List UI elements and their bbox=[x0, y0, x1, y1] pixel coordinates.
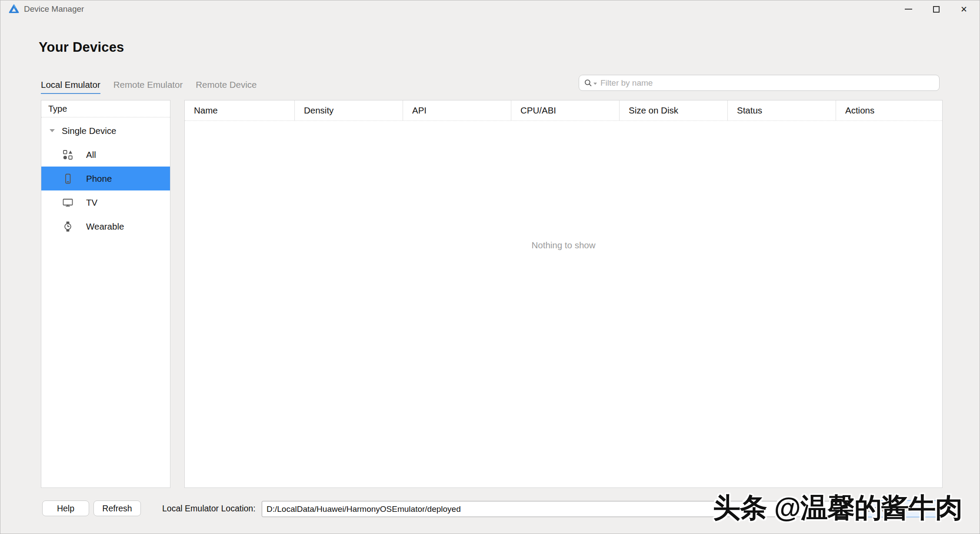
type-sidebar: Type Single Device All bbox=[41, 100, 170, 488]
minimize-icon bbox=[905, 9, 912, 10]
titlebar: Device Manager ✕ bbox=[0, 0, 980, 18]
column-header-api: API bbox=[403, 100, 511, 120]
column-header-cpu-abi: CPU/ABI bbox=[511, 100, 620, 120]
column-header-status: Status bbox=[728, 100, 836, 120]
column-header-actions: Actions bbox=[836, 100, 942, 120]
table-body: Nothing to show bbox=[185, 121, 942, 487]
search-icon bbox=[584, 79, 592, 87]
watch-icon bbox=[62, 220, 74, 233]
location-label: Local Emulator Location: bbox=[162, 501, 256, 516]
sidebar-item-phone[interactable]: Phone bbox=[41, 167, 170, 190]
window-controls: ✕ bbox=[894, 0, 978, 18]
help-button[interactable]: Help bbox=[42, 501, 89, 516]
sidebar-item-tv[interactable]: TV bbox=[41, 190, 170, 214]
maximize-icon bbox=[933, 6, 940, 13]
table-header-row: Name Density API CPU/ABI Size on Disk St… bbox=[185, 100, 942, 121]
maximize-button[interactable] bbox=[922, 0, 950, 18]
sidebar-item-label: Wearable bbox=[86, 221, 124, 232]
devices-table: Name Density API CPU/ABI Size on Disk St… bbox=[184, 100, 943, 488]
search-options-caret-icon bbox=[593, 83, 597, 85]
filter-box bbox=[579, 75, 940, 91]
close-button[interactable]: ✕ bbox=[950, 0, 978, 18]
tab-remote-device[interactable]: Remote Device bbox=[196, 80, 257, 94]
empty-state-text: Nothing to show bbox=[185, 240, 942, 250]
tree-group-single-device[interactable]: Single Device bbox=[41, 119, 170, 143]
sidebar-item-all[interactable]: All bbox=[41, 143, 170, 167]
column-header-size-on-disk: Size on Disk bbox=[620, 100, 728, 120]
device-tabs: Local Emulator Remote Emulator Remote De… bbox=[41, 80, 270, 94]
tree-group-label: Single Device bbox=[62, 126, 116, 136]
watermark-text: 头条 @温馨的酱牛肉 bbox=[713, 489, 962, 527]
tv-icon bbox=[62, 197, 74, 209]
deveco-logo-icon bbox=[8, 3, 20, 15]
sidebar-item-wearable[interactable]: Wearable bbox=[41, 214, 170, 238]
column-header-density: Density bbox=[295, 100, 403, 120]
tab-remote-emulator[interactable]: Remote Emulator bbox=[113, 80, 183, 94]
sidebar-item-label: All bbox=[86, 150, 96, 160]
refresh-button[interactable]: Refresh bbox=[93, 501, 141, 516]
page-title: Your Devices bbox=[39, 40, 124, 55]
tab-local-emulator[interactable]: Local Emulator bbox=[41, 80, 100, 94]
chevron-down-icon bbox=[50, 129, 55, 132]
minimize-button[interactable] bbox=[894, 0, 922, 18]
column-header-name: Name bbox=[185, 100, 295, 120]
window-title: Device Manager bbox=[24, 4, 84, 14]
sidebar-item-label: TV bbox=[86, 197, 97, 208]
sidebar-item-label: Phone bbox=[86, 174, 112, 184]
close-icon: ✕ bbox=[960, 5, 967, 13]
phone-icon bbox=[62, 173, 74, 185]
grid-shapes-icon bbox=[62, 149, 74, 161]
device-type-tree: Single Device All bbox=[41, 117, 170, 238]
sidebar-header: Type bbox=[41, 100, 170, 117]
filter-input[interactable] bbox=[600, 78, 934, 88]
device-manager-window: Device Manager ✕ Your Devices Local Emul… bbox=[0, 0, 980, 534]
